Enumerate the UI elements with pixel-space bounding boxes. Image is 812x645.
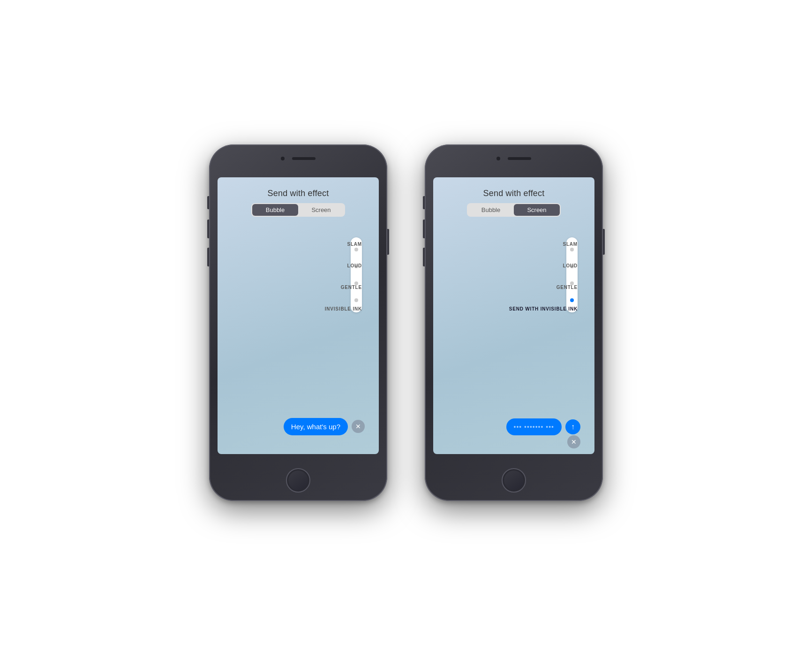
effect-title-1: Send with effect [268, 189, 329, 198]
effect-row-gentle-1[interactable]: GENTLE [341, 277, 362, 298]
effect-row-loud-2[interactable]: LOUD [563, 255, 578, 277]
vol-down-2 [423, 248, 425, 266]
effect-row-slam-1[interactable]: SLAM [347, 234, 362, 255]
message-bubble-2: ••• ••••••• ••• [506, 418, 562, 435]
effect-label-loud-2: LOUD [563, 263, 578, 268]
effect-row-invisible-2[interactable]: SEND WITH INVISIBLE INK [509, 298, 578, 320]
screen-content-1: Send with effect Bubble Screen SLAM LOUD [218, 177, 379, 454]
tab-screen-1[interactable]: Screen [298, 204, 344, 216]
screen-content-2: Send with effect Bubble Screen SLAM LOUD [433, 177, 594, 454]
tab-bubble-1[interactable]: Bubble [252, 204, 298, 216]
silent-switch-1 [207, 196, 209, 209]
power-btn-1 [387, 229, 389, 255]
effects-area-2: SLAM LOUD GENTLE SEND WITH INVISIBLE INK [509, 234, 578, 320]
camera-1 [281, 157, 285, 160]
screen-area-1: Send with effect Bubble Screen SLAM LOUD [218, 177, 379, 454]
effect-title-2: Send with effect [483, 189, 545, 198]
effect-row-slam-2[interactable]: SLAM [563, 234, 578, 255]
effect-label-slam-2: SLAM [563, 242, 578, 247]
effect-row-loud-1[interactable]: LOUD [347, 255, 362, 277]
effect-label-gentle-1: GENTLE [341, 285, 362, 290]
effect-label-invisible-1: INVISIBLE INK [325, 306, 362, 311]
effect-label-gentle-2: GENTLE [556, 285, 578, 290]
home-button-2[interactable] [502, 468, 526, 493]
close-button-2-wrapper: ✕ [567, 435, 580, 448]
tab-screen-2[interactable]: Screen [514, 204, 560, 216]
tab-bubble-2[interactable]: Bubble [468, 204, 514, 216]
speaker-2 [508, 157, 531, 160]
phone-2: Send with effect Bubble Screen SLAM LOUD [425, 144, 603, 501]
vol-up-2 [423, 220, 425, 238]
send-button-2[interactable]: ↑ [565, 419, 580, 434]
effects-area-1: SLAM LOUD GENTLE INVISIBLE INK [325, 234, 362, 320]
bubble-area-2: ••• ••••••• ••• ↑ [447, 418, 580, 435]
effect-row-gentle-2[interactable]: GENTLE [556, 277, 578, 298]
effect-label-invisible-2: SEND WITH INVISIBLE INK [509, 306, 578, 311]
effect-label-loud-1: LOUD [347, 263, 362, 268]
close-button-2[interactable]: ✕ [567, 435, 580, 448]
screen-area-2: Send with effect Bubble Screen SLAM LOUD [433, 177, 594, 454]
top-bar-1 [209, 149, 387, 168]
bubble-area-1: Hey, what's up? ✕ [232, 418, 365, 435]
home-button-1[interactable] [286, 468, 310, 493]
speaker-1 [292, 157, 316, 160]
close-button-1[interactable]: ✕ [352, 420, 365, 433]
effect-row-invisible-1[interactable]: INVISIBLE INK [325, 298, 362, 320]
message-bubble-1: Hey, what's up? [284, 418, 348, 435]
camera-2 [496, 157, 500, 160]
effect-label-slam-1: SLAM [347, 242, 362, 247]
vol-up-1 [207, 220, 209, 238]
top-bar-2 [425, 149, 603, 168]
tab-bar-2: Bubble Screen [467, 203, 561, 217]
tab-bar-1: Bubble Screen [251, 203, 345, 217]
power-btn-2 [603, 229, 605, 255]
silent-switch-2 [423, 196, 425, 209]
phone-1: Send with effect Bubble Screen SLAM LOUD [209, 144, 387, 501]
vol-down-1 [207, 248, 209, 266]
